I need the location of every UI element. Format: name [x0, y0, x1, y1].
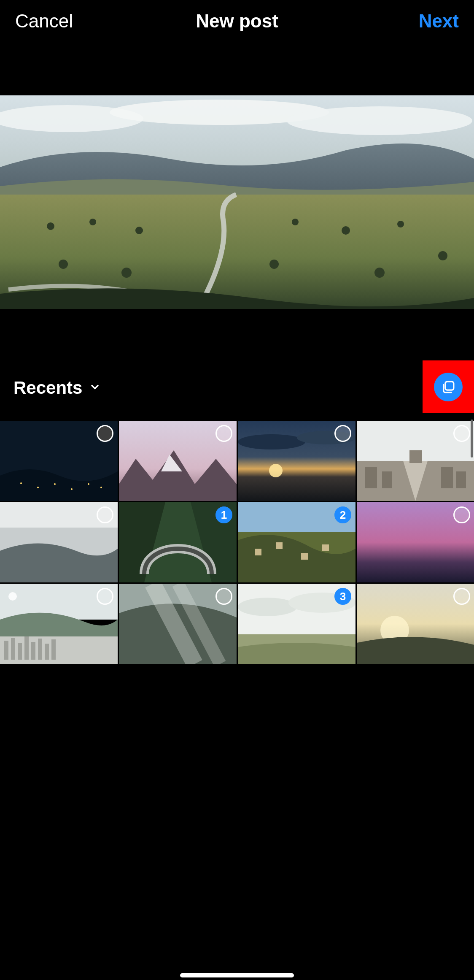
svg-point-9 [342, 226, 350, 235]
svg-rect-43 [301, 553, 308, 560]
svg-rect-47 [0, 636, 118, 664]
svg-rect-53 [38, 639, 42, 660]
select-indicator[interactable] [97, 506, 113, 523]
grid-thumb[interactable] [0, 421, 118, 501]
svg-point-15 [438, 251, 447, 260]
svg-point-18 [20, 482, 22, 484]
grid-thumb[interactable] [0, 502, 118, 582]
select-indicator[interactable]: 2 [334, 506, 351, 523]
select-indicator[interactable] [97, 425, 113, 442]
grid-thumb[interactable] [0, 584, 118, 664]
stack-icon [441, 380, 455, 394]
select-indicator[interactable] [453, 506, 470, 523]
select-indicator[interactable] [97, 588, 113, 605]
next-button[interactable]: Next [419, 11, 459, 32]
svg-point-5 [47, 222, 54, 230]
svg-rect-49 [11, 638, 15, 660]
select-indicator[interactable] [215, 425, 232, 442]
svg-point-11 [59, 260, 68, 269]
grid-thumb[interactable] [357, 584, 474, 664]
svg-point-7 [135, 227, 143, 234]
select-indicator[interactable] [334, 425, 351, 442]
album-picker[interactable]: Recents [13, 378, 101, 398]
svg-rect-48 [4, 641, 8, 660]
home-indicator[interactable] [180, 973, 294, 977]
svg-rect-42 [276, 542, 283, 549]
svg-point-22 [88, 483, 89, 485]
cancel-button[interactable]: Cancel [15, 11, 73, 32]
select-indicator[interactable] [453, 588, 470, 605]
grid-thumb[interactable] [119, 584, 237, 664]
grid-thumb[interactable] [238, 421, 356, 501]
multiselect-highlight [423, 360, 474, 413]
svg-rect-50 [18, 643, 22, 660]
svg-rect-41 [255, 549, 261, 555]
grid-thumb[interactable] [119, 421, 237, 501]
svg-point-6 [89, 219, 96, 225]
grid-thumb[interactable] [357, 502, 474, 582]
svg-point-28 [269, 464, 283, 477]
svg-point-12 [121, 268, 132, 278]
svg-point-21 [71, 488, 73, 490]
header-bar: Cancel New post Next [0, 0, 474, 42]
chevron-down-icon [89, 381, 101, 395]
page-title: New post [196, 11, 278, 32]
grid-thumb[interactable]: 2 [238, 502, 356, 582]
order-badge: 2 [340, 509, 346, 522]
svg-rect-16 [445, 382, 454, 390]
svg-rect-36 [409, 450, 422, 463]
grid-thumb[interactable]: 3 [238, 584, 356, 664]
select-indicator[interactable]: 3 [334, 588, 351, 605]
svg-rect-55 [51, 639, 56, 660]
select-indicator[interactable]: 1 [215, 506, 232, 523]
svg-rect-33 [382, 471, 392, 488]
svg-rect-32 [365, 467, 377, 488]
preview-image[interactable] [0, 95, 474, 309]
svg-point-8 [292, 219, 299, 225]
grid-scrollbar[interactable] [471, 420, 473, 458]
select-indicator[interactable] [453, 425, 470, 442]
album-label: Recents [13, 378, 82, 398]
svg-point-23 [100, 487, 102, 488]
grid-thumb[interactable] [357, 421, 474, 501]
album-row: Recents [0, 362, 474, 414]
select-indicator[interactable] [215, 588, 232, 605]
photo-grid: 1 2 [0, 421, 474, 664]
svg-point-26 [238, 434, 305, 449]
svg-point-19 [37, 487, 39, 488]
preview-landscape-svg [0, 95, 474, 309]
multiselect-button[interactable] [434, 373, 463, 401]
svg-rect-44 [322, 544, 329, 551]
svg-rect-52 [31, 642, 35, 660]
grid-thumb[interactable]: 1 [119, 502, 237, 582]
svg-point-56 [8, 592, 17, 601]
svg-rect-34 [441, 467, 453, 488]
svg-point-13 [269, 260, 279, 269]
svg-rect-54 [45, 644, 49, 660]
svg-point-59 [238, 598, 297, 616]
svg-rect-51 [24, 636, 29, 660]
svg-point-20 [54, 483, 56, 485]
svg-point-14 [374, 268, 385, 278]
order-badge: 1 [221, 509, 227, 522]
order-badge: 3 [340, 590, 346, 603]
svg-point-3 [287, 106, 472, 135]
svg-rect-35 [456, 471, 466, 488]
svg-point-10 [397, 221, 404, 227]
